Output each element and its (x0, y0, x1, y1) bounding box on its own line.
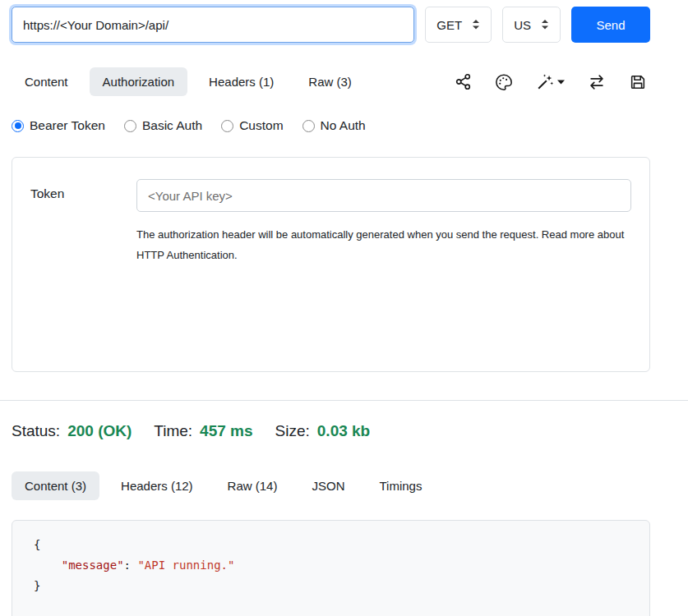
auth-help-text: The authorization header will be automat… (136, 224, 631, 265)
json-indent (34, 559, 62, 572)
auth-type-options: Bearer Token Basic Auth Custom No Auth (12, 118, 650, 133)
auth-type-label: Custom (239, 118, 283, 133)
time-value: 457 ms (200, 422, 252, 440)
caret-down-icon (557, 80, 565, 85)
response-tab-json[interactable]: JSON (298, 471, 358, 500)
response-body: { "message": "API running." } (12, 520, 650, 616)
time-item: Time: 457 ms (154, 422, 252, 440)
tab-headers[interactable]: Headers (1) (196, 67, 287, 96)
auth-type-label: Bearer Token (30, 118, 105, 133)
auth-type-label: Basic Auth (142, 118, 202, 133)
compare-button[interactable] (588, 73, 606, 91)
auth-type-custom[interactable]: Custom (221, 118, 283, 133)
status-item: Status: 200 (OK) (12, 422, 132, 440)
auth-type-no-auth[interactable]: No Auth (302, 118, 366, 133)
location-select[interactable]: US (502, 7, 561, 43)
response-tab-timings[interactable]: Timings (366, 471, 435, 500)
magic-wand-icon (536, 73, 554, 91)
location-select-value: US (514, 18, 531, 32)
token-row: Token The authorization header will be a… (30, 179, 631, 265)
select-caret-icon (472, 20, 480, 30)
request-toolbar (455, 73, 650, 91)
save-icon (629, 73, 647, 91)
auth-type-bearer-token[interactable]: Bearer Token (12, 118, 105, 133)
size-label: Size: (275, 422, 310, 440)
select-caret-icon (541, 20, 549, 30)
method-select-value: GET (436, 18, 462, 32)
status-value: 200 (OK) (67, 422, 132, 440)
auth-type-label: No Auth (321, 118, 366, 133)
auth-type-basic-auth[interactable]: Basic Auth (124, 118, 202, 133)
response-tab-content[interactable]: Content (3) (12, 471, 99, 500)
json-colon: : (124, 559, 138, 572)
api-tester-page: GET US Send Content Authorization Header… (0, 0, 688, 616)
share-nodes-icon (455, 73, 472, 90)
tab-authorization[interactable]: Authorization (90, 67, 188, 96)
theme-button[interactable] (495, 73, 513, 91)
request-bar: GET US Send (12, 7, 650, 43)
generate-code-button[interactable] (536, 73, 565, 91)
request-tabs-row: Content Authorization Headers (1) Raw (3… (12, 67, 650, 96)
size-value: 0.03 kb (317, 422, 370, 440)
response-status-row: Status: 200 (OK) Time: 457 ms Size: 0.03… (12, 422, 650, 440)
method-select[interactable]: GET (425, 7, 492, 43)
json-key: "message" (62, 559, 124, 572)
share-button[interactable] (455, 73, 472, 90)
status-label: Status: (12, 422, 60, 440)
code-line: } (34, 576, 628, 596)
json-close-brace: } (34, 579, 40, 592)
token-label: Token (30, 179, 136, 265)
save-button[interactable] (629, 73, 647, 91)
token-input[interactable] (136, 179, 631, 212)
palette-icon (495, 73, 513, 91)
json-string-value: "API running." (137, 559, 234, 572)
send-button[interactable]: Send (571, 7, 650, 43)
tab-raw[interactable]: Raw (3) (295, 67, 365, 96)
section-divider (0, 400, 688, 401)
response-tab-headers[interactable]: Headers (12) (108, 471, 206, 500)
radio-icon (302, 120, 315, 132)
request-tabs: Content Authorization Headers (1) Raw (3… (12, 67, 365, 96)
url-input[interactable] (12, 7, 414, 43)
code-line: "message": "API running." (34, 555, 628, 576)
authorization-panel: Token The authorization header will be a… (12, 157, 650, 372)
radio-icon (124, 120, 136, 132)
json-open-brace: { (34, 538, 40, 551)
time-label: Time: (154, 422, 192, 440)
response-tab-raw[interactable]: Raw (14) (215, 471, 291, 500)
radio-checked-icon (12, 120, 24, 132)
radio-icon (221, 120, 233, 132)
response-tabs: Content (3) Headers (12) Raw (14) JSON T… (12, 471, 650, 500)
swap-arrows-icon (588, 73, 606, 91)
code-line: { (34, 535, 628, 555)
size-item: Size: 0.03 kb (275, 422, 371, 440)
tab-content[interactable]: Content (12, 67, 81, 96)
token-field-area: The authorization header will be automat… (136, 179, 631, 265)
